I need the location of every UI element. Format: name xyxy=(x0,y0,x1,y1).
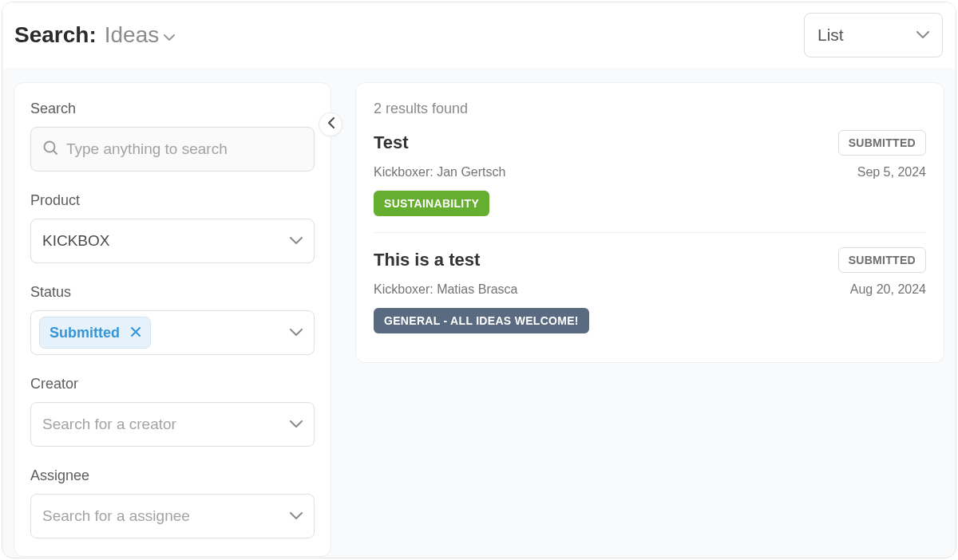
sidebar-collapse-button[interactable] xyxy=(319,112,342,136)
filter-assignee-group: Assignee Search for a assignee xyxy=(30,467,315,538)
filter-status-group: Status Submitted xyxy=(30,284,315,355)
content-area: Search Product KICKBOX Stat xyxy=(2,68,956,557)
creator-select[interactable]: Search for a creator xyxy=(30,402,315,447)
chevron-down-icon xyxy=(290,237,303,245)
filter-creator-label: Creator xyxy=(30,376,315,392)
result-kickboxer: Kickboxer: Matias Brasca xyxy=(374,282,518,297)
search-input-wrap[interactable] xyxy=(30,127,315,172)
filter-creator-group: Creator Search for a creator xyxy=(30,376,315,447)
result-title: Test xyxy=(374,132,409,153)
chevron-down-icon xyxy=(290,512,303,520)
chip-remove-icon[interactable] xyxy=(129,324,142,341)
result-title-row: This is a test SUBMITTED xyxy=(374,247,926,273)
result-meta-row: Kickboxer: Matias Brasca Aug 20, 2024 xyxy=(374,282,926,297)
chevron-down-icon xyxy=(290,420,303,428)
page-subtitle-text: Ideas xyxy=(105,22,160,48)
result-tag[interactable]: SUSTAINABILITY xyxy=(374,191,489,216)
assignee-select[interactable]: Search for a assignee xyxy=(30,494,315,538)
search-icon xyxy=(42,140,58,160)
product-select-value: KICKBOX xyxy=(42,232,109,250)
status-select[interactable]: Submitted xyxy=(30,310,315,355)
result-kickboxer: Kickboxer: Jan Gertsch xyxy=(374,165,505,179)
chevron-down-icon xyxy=(290,329,303,337)
filter-sidebar: Search Product KICKBOX Stat xyxy=(14,82,331,557)
result-meta-row: Kickboxer: Jan Gertsch Sep 5, 2024 xyxy=(374,165,926,179)
filter-product-group: Product KICKBOX xyxy=(30,192,315,263)
result-title-row: Test SUBMITTED xyxy=(374,130,926,156)
status-badge: SUBMITTED xyxy=(838,130,926,156)
result-tag[interactable]: GENERAL - ALL IDEAS WELCOME! xyxy=(374,308,589,333)
page-title: Search: xyxy=(14,22,97,48)
filter-status-label: Status xyxy=(30,284,315,301)
result-item[interactable]: Test SUBMITTED Kickboxer: Jan Gertsch Se… xyxy=(374,128,926,233)
filter-assignee-label: Assignee xyxy=(30,467,315,484)
status-chip-label: Submitted xyxy=(49,325,120,341)
filter-product-label: Product xyxy=(30,192,315,209)
result-date: Sep 5, 2024 xyxy=(857,165,926,179)
status-badge: SUBMITTED xyxy=(838,247,926,273)
result-title: This is a test xyxy=(374,250,480,270)
chevron-down-icon xyxy=(916,31,929,39)
page-subtitle-dropdown[interactable]: Ideas xyxy=(105,22,176,48)
page-header: Search: Ideas List xyxy=(2,2,956,68)
chevron-down-icon xyxy=(164,34,175,41)
view-mode-label: List xyxy=(817,26,844,45)
svg-line-1 xyxy=(53,151,57,154)
assignee-placeholder: Search for a assignee xyxy=(42,507,190,525)
result-item[interactable]: This is a test SUBMITTED Kickboxer: Mati… xyxy=(374,233,926,340)
status-chip: Submitted xyxy=(39,317,151,349)
results-panel: 2 results found Test SUBMITTED Kickboxer… xyxy=(355,82,944,363)
product-select[interactable]: KICKBOX xyxy=(30,219,315,263)
page-title-wrap: Search: Ideas xyxy=(14,22,175,48)
search-input[interactable] xyxy=(66,140,303,158)
filter-search-group: Search xyxy=(30,101,315,172)
chevron-left-icon xyxy=(327,117,335,132)
app-frame: Search: Ideas List Search xyxy=(2,2,956,558)
filter-search-label: Search xyxy=(30,101,315,117)
creator-placeholder: Search for a creator xyxy=(42,416,176,433)
result-date: Aug 20, 2024 xyxy=(850,282,926,297)
view-mode-select[interactable]: List xyxy=(804,13,943,57)
results-count: 2 results found xyxy=(374,101,926,117)
